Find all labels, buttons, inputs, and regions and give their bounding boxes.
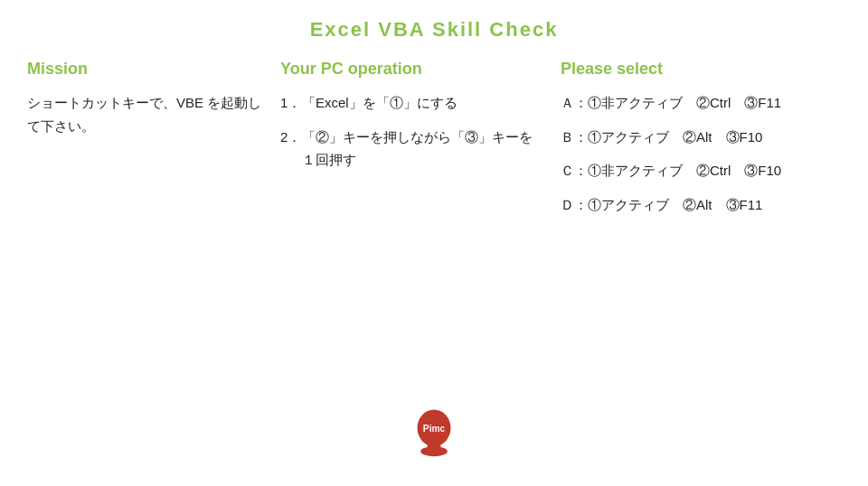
- mission-heading: Mission: [27, 60, 262, 79]
- option-a[interactable]: Ａ：①非アクティブ ②Ctrl ③F11: [561, 91, 841, 115]
- step-text: 「Excel」を「①」にする: [302, 91, 542, 115]
- option-b[interactable]: Ｂ：①アクティブ ②Alt ③F10: [561, 126, 841, 149]
- list-item: 2． 「②」キーを押しながら「③」キーを１回押す: [280, 126, 542, 172]
- mission-section: Mission ショートカットキーで、VBE を起動して下さい。: [27, 60, 280, 227]
- svg-point-2: [420, 446, 448, 456]
- operation-list: 1． 「Excel」を「①」にする 2． 「②」キーを押しながら「③」キーを１回…: [280, 91, 542, 172]
- list-item: 1． 「Excel」を「①」にする: [280, 91, 542, 115]
- step-text: 「②」キーを押しながら「③」キーを１回押す: [302, 126, 542, 172]
- step-number: 1．: [280, 91, 302, 115]
- logo-container: Pimc: [407, 405, 461, 459]
- select-heading: Please select: [561, 60, 841, 79]
- svg-text:Pimc: Pimc: [423, 424, 446, 434]
- operation-heading: Your PC operation: [280, 60, 542, 79]
- step-number: 2．: [280, 126, 302, 149]
- select-section: Please select Ａ：①非アクティブ ②Ctrl ③F11 Ｂ：①アク…: [561, 60, 841, 227]
- page-title: Excel VBA Skill Check: [0, 0, 868, 60]
- option-d[interactable]: Ｄ：①アクティブ ②Alt ③F11: [561, 193, 841, 217]
- mission-text: ショートカットキーで、VBE を起動して下さい。: [27, 91, 262, 137]
- pimc-logo: Pimc: [407, 405, 461, 459]
- option-c[interactable]: Ｃ：①非アクティブ ②Ctrl ③F10: [561, 159, 841, 182]
- select-options-list[interactable]: Ａ：①非アクティブ ②Ctrl ③F11 Ｂ：①アクティブ ②Alt ③F10 …: [561, 91, 841, 216]
- operation-section: Your PC operation 1． 「Excel」を「①」にする 2． 「…: [280, 60, 561, 227]
